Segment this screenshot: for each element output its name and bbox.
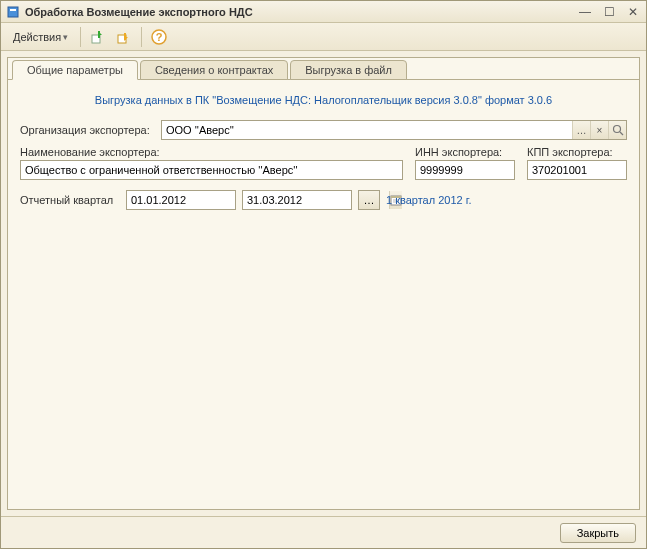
org-field: … ×: [161, 120, 627, 140]
period-picker-button[interactable]: …: [358, 190, 380, 210]
org-label: Организация экспортера:: [20, 124, 155, 136]
inn-label: ИНН экспортера:: [415, 146, 515, 158]
separator: [80, 27, 81, 47]
separator: [141, 27, 142, 47]
tabs: Общие параметры Сведения о контрактах Вы…: [8, 57, 639, 79]
tab-body: Выгрузка данных в ПК "Возмещение НДС: На…: [8, 79, 639, 509]
toolbar: Действия ▾ ?: [1, 23, 646, 51]
svg-text:?: ?: [156, 31, 163, 43]
inn-field: [415, 160, 515, 180]
minimize-button[interactable]: —: [576, 5, 594, 19]
tab-contracts[interactable]: Сведения о контрактах: [140, 60, 288, 80]
app-icon: [5, 4, 21, 20]
headline: Выгрузка данных в ПК "Возмещение НДС: На…: [20, 94, 627, 106]
window: Обработка Возмещение экспортного НДС — ☐…: [0, 0, 647, 549]
close-button[interactable]: ✕: [624, 5, 642, 19]
tab-general[interactable]: Общие параметры: [12, 60, 138, 80]
date-to-field: [242, 190, 352, 210]
name-field: [20, 160, 403, 180]
quarter-text: 1 квартал 2012 г.: [386, 194, 471, 206]
actions-label: Действия: [13, 31, 61, 43]
titlebar: Обработка Возмещение экспортного НДС — ☐…: [1, 1, 646, 23]
help-icon[interactable]: ?: [148, 26, 170, 48]
clear-button[interactable]: ×: [590, 121, 608, 139]
svg-rect-1: [10, 9, 16, 11]
window-title: Обработка Возмещение экспортного НДС: [25, 6, 576, 18]
kpp-input[interactable]: [528, 161, 647, 179]
chevron-down-icon: ▾: [63, 32, 68, 42]
svg-line-7: [620, 132, 623, 135]
svg-point-6: [613, 126, 620, 133]
search-button[interactable]: [608, 121, 626, 139]
ellipsis-button[interactable]: …: [572, 121, 590, 139]
content-pane: Общие параметры Сведения о контрактах Вы…: [7, 57, 640, 510]
svg-rect-0: [8, 7, 18, 17]
org-input[interactable]: [162, 121, 572, 139]
export-icon[interactable]: [87, 26, 109, 48]
actions-menu[interactable]: Действия ▾: [7, 29, 74, 45]
close-form-button[interactable]: Закрыть: [560, 523, 636, 543]
date-from-field: [126, 190, 236, 210]
maximize-button[interactable]: ☐: [600, 5, 618, 19]
name-input[interactable]: [21, 161, 402, 179]
name-label: Наименование экспортера:: [20, 146, 403, 158]
quarter-label: Отчетный квартал: [20, 194, 120, 206]
kpp-label: КПП экспортера:: [527, 146, 627, 158]
tab-export[interactable]: Выгрузка в файл: [290, 60, 407, 80]
import-icon[interactable]: [113, 26, 135, 48]
footer: Закрыть: [1, 516, 646, 548]
window-controls: — ☐ ✕: [576, 5, 642, 19]
kpp-field: [527, 160, 627, 180]
